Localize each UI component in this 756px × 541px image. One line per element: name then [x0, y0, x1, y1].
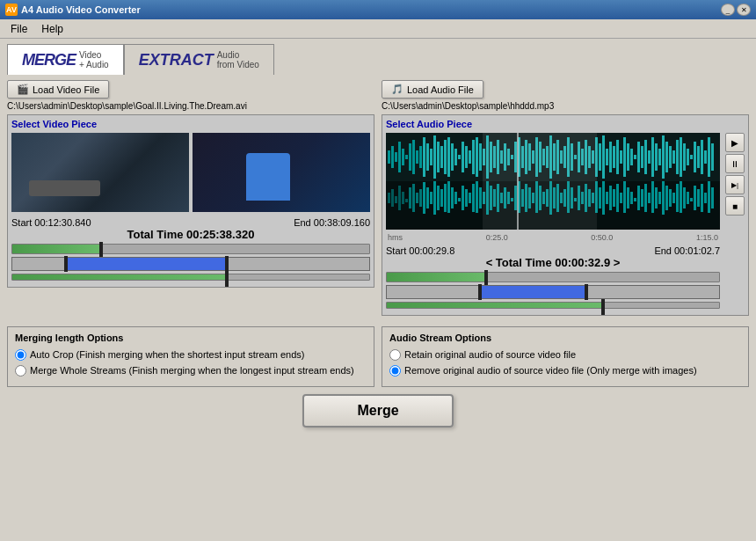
merge-radio-autocrop[interactable] — [15, 349, 26, 361]
pause-button[interactable]: ⏸ — [725, 154, 745, 173]
svg-rect-116 — [454, 192, 457, 204]
audio-range-right-thumb[interactable] — [585, 284, 588, 300]
audio-position-bar[interactable] — [386, 272, 720, 282]
audio-label-remove: Remove original audio of source video fi… — [404, 364, 697, 377]
audio-volume-row — [386, 302, 720, 309]
load-video-button[interactable]: 🎬 Load Video File — [7, 80, 109, 99]
waveform-container: // Will be rendered as static SVG — [386, 133, 720, 230]
svg-rect-185 — [697, 189, 700, 207]
svg-rect-17 — [444, 140, 447, 174]
svg-rect-158 — [602, 181, 605, 215]
minimize-button[interactable]: _ — [721, 4, 735, 16]
svg-rect-157 — [599, 187, 601, 208]
audio-position-fill — [387, 273, 486, 281]
merge-button[interactable]: Merge — [302, 394, 453, 428]
audio-radio-retain[interactable] — [389, 349, 401, 361]
svg-rect-179 — [676, 184, 679, 212]
tab-merge[interactable]: MERGE Video+ Audio — [7, 44, 124, 75]
timeline-label-3: 1:15.0 — [696, 233, 718, 242]
video-total-time: Total Time 00:25:38.320 — [11, 228, 370, 241]
audio-position-bar-row — [386, 272, 720, 282]
video-thumbnails — [11, 133, 370, 212]
merge-tab-sub: Video+ Audio — [79, 50, 109, 69]
options-row: Merging length Options Auto Crop (Finish… — [0, 326, 756, 387]
svg-rect-173 — [655, 187, 658, 208]
svg-rect-188 — [708, 181, 710, 213]
video-position-thumb[interactable] — [99, 242, 103, 258]
svg-rect-114 — [447, 181, 450, 213]
menu-help[interactable]: Help — [34, 21, 70, 37]
svg-rect-165 — [627, 187, 629, 208]
svg-rect-5 — [402, 149, 404, 165]
close-button[interactable]: ✕ — [737, 4, 751, 16]
svg-rect-84 — [680, 137, 682, 177]
audio-stream-title: Audio Stream Options — [389, 333, 741, 343]
svg-rect-66 — [616, 140, 619, 174]
video-load-row: 🎬 Load Video File — [7, 80, 374, 99]
svg-rect-160 — [609, 186, 612, 210]
svg-rect-187 — [704, 193, 707, 203]
audio-start-time: Start 00:00:29.8 — [386, 245, 454, 256]
tab-extract[interactable]: EXTRACT Audiofrom Video — [124, 44, 274, 75]
video-position-bar[interactable] — [11, 244, 370, 254]
svg-rect-10 — [419, 146, 422, 168]
svg-rect-182 — [687, 192, 689, 204]
svg-rect-172 — [651, 181, 654, 213]
menu-bar: File Help — [0, 19, 756, 39]
waveform-svg: // Will be rendered as static SVG — [386, 133, 720, 230]
stop-button[interactable]: ■ — [725, 196, 745, 216]
svg-rect-63 — [606, 149, 608, 165]
svg-rect-76 — [651, 137, 654, 177]
svg-rect-13 — [430, 149, 433, 165]
svg-rect-105 — [416, 193, 418, 203]
svg-rect-118 — [462, 186, 464, 210]
svg-rect-62 — [602, 135, 605, 179]
svg-rect-67 — [620, 150, 622, 164]
main-content: 🎬 Load Video File C:\Users\admin\Desktop… — [0, 75, 756, 321]
svg-rect-7 — [409, 143, 411, 171]
menu-file[interactable]: File — [4, 21, 34, 37]
svg-rect-78 — [658, 149, 661, 165]
svg-rect-113 — [444, 184, 447, 212]
video-volume-thumb[interactable] — [225, 271, 229, 287]
next-frame-button[interactable]: ▶| — [725, 175, 745, 194]
svg-rect-164 — [623, 181, 626, 213]
audio-volume-thumb[interactable] — [601, 299, 605, 315]
svg-rect-14 — [433, 135, 436, 179]
audio-position-thumb[interactable] — [484, 270, 488, 286]
video-range-bar[interactable] — [11, 257, 370, 271]
load-audio-button[interactable]: 🎵 Load Audio File — [382, 80, 483, 99]
svg-rect-111 — [437, 186, 440, 210]
svg-rect-159 — [606, 192, 608, 204]
audio-range-fill — [480, 286, 586, 298]
svg-rect-86 — [687, 149, 689, 165]
svg-rect-83 — [676, 140, 679, 174]
video-range-left-thumb[interactable] — [64, 256, 68, 272]
car-silhouette — [29, 180, 100, 196]
audio-option-retain: Retain original audio of source video fi… — [389, 348, 741, 361]
svg-rect-189 — [711, 187, 714, 208]
merging-options-box: Merging length Options Auto Crop (Finish… — [7, 326, 374, 387]
svg-rect-162 — [616, 184, 619, 212]
person-silhouette — [246, 153, 291, 201]
video-volume-bar[interactable] — [11, 274, 370, 281]
merge-radio-whole[interactable] — [15, 365, 26, 377]
svg-rect-101 — [402, 192, 404, 204]
audio-waveform-area: // Will be rendered as static SVG — [386, 133, 720, 311]
svg-rect-181 — [683, 187, 686, 208]
play-button[interactable]: ▶ — [725, 133, 745, 152]
left-panel: 🎬 Load Video File C:\Users\admin\Desktop… — [7, 80, 374, 316]
svg-rect-175 — [662, 181, 665, 215]
audio-icon: 🎵 — [391, 84, 403, 95]
svg-rect-71 — [634, 155, 636, 159]
svg-rect-100 — [398, 186, 401, 210]
svg-rect-61 — [599, 143, 601, 171]
audio-range-left-thumb[interactable] — [478, 284, 482, 300]
video-range-right-thumb[interactable] — [225, 256, 229, 272]
audio-radio-remove[interactable] — [389, 365, 401, 377]
video-range-fill — [66, 258, 227, 270]
audio-controls: ▶ ⏸ ▶| ■ — [725, 133, 745, 216]
audio-volume-bar[interactable] — [386, 302, 720, 309]
audio-range-bar[interactable] — [386, 285, 720, 299]
svg-rect-167 — [634, 198, 636, 201]
